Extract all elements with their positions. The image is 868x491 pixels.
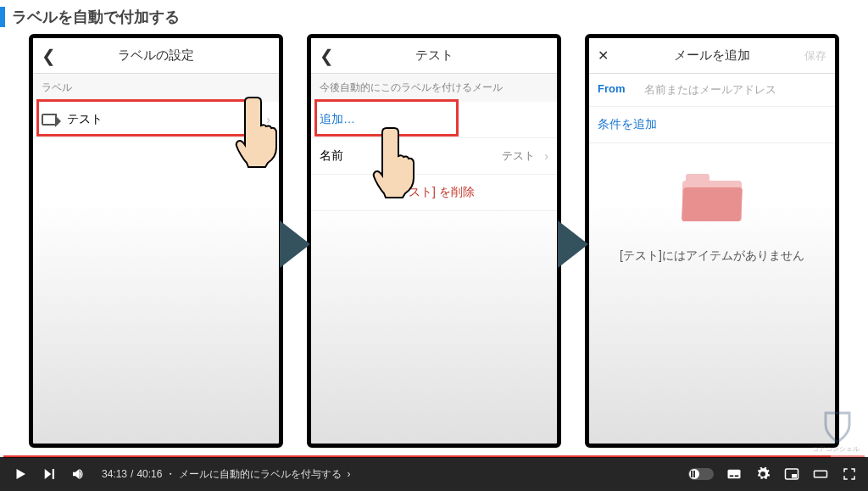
captions-button[interactable] [726,466,743,483]
miniplayer-button[interactable] [783,466,800,483]
from-placeholder: 名前またはメールアドレス [644,82,776,98]
watermark-logo [822,410,853,444]
content-area: ❮ ラベルの設定 ラベル テスト › ❮ テスト 今後自動的にこのラベルを付ける… [0,34,868,457]
screen1-section-label: ラベル [33,74,279,102]
label-name: テスト [67,112,103,127]
empty-state: [テスト]にはアイテムがありません [589,174,835,265]
add-condition-link: 条件を追加 [598,117,657,132]
phone-screen-3: ✕ メールを追加 保存 From 名前またはメールアドレス 条件を追加 [テスト… [585,34,839,448]
video-player-bar: 34:13 / 40:16 ・ メールに自動的にラベルを付与する › [0,457,868,491]
delete-label: [テスト] を削除 [393,185,475,200]
folder-icon [682,174,742,221]
delete-row[interactable]: [テスト] を削除 [311,175,557,211]
svg-rect-4 [792,474,797,478]
play-button[interactable] [10,464,31,484]
screen1-title: ラベルの設定 [118,47,194,64]
fullscreen-button[interactable] [841,466,858,483]
total-time: 40:16 [136,468,162,480]
autoplay-toggle[interactable] [688,468,714,480]
name-value: テスト [502,148,535,164]
settings-button[interactable] [754,466,771,483]
close-icon[interactable]: ✕ [598,47,609,64]
svg-rect-2 [735,476,739,477]
from-label: From [598,82,644,98]
time-display: 34:13 / 40:16 ・ メールに自動的にラベルを付与する › [102,467,350,482]
from-row[interactable]: From 名前またはメールアドレス [589,74,835,107]
chevron-right-icon: › [544,149,548,163]
phone-screen-1: ❮ ラベルの設定 ラベル テスト › [29,34,283,448]
phone-screen-2: ❮ テスト 今後自動的にこのラベルを付けるメール 追加… 名前 テスト › [テ… [307,34,561,448]
add-condition-row[interactable]: 条件を追加 [589,107,835,143]
volume-button[interactable] [68,464,88,484]
theater-button[interactable] [812,466,829,483]
chapter-chevron-icon[interactable]: › [347,468,350,480]
name-label: 名前 [320,148,343,164]
empty-text: [テスト]にはアイテムがありません [606,247,818,265]
arrow-2 [556,219,590,273]
screen2-title: テスト [415,47,453,64]
screen2-section-label: 今後自動的にこのラベルを付けるメール [311,74,557,102]
page-title: ラベルを自動で付加する [12,7,180,27]
arrow-1 [278,219,312,273]
current-time: 34:13 [102,468,127,480]
screen2-header: ❮ テスト [311,38,557,74]
svg-rect-1 [730,476,734,477]
svg-rect-5 [815,471,827,477]
name-row[interactable]: 名前 テスト › [311,138,557,175]
add-link: 追加… [320,112,355,127]
add-link-row[interactable]: 追加… [311,102,557,138]
back-icon[interactable]: ❮ [320,46,334,66]
title-accent [0,7,5,27]
screen1-header: ❮ ラベルの設定 [33,38,279,74]
svg-rect-0 [728,470,741,479]
next-button[interactable] [39,464,59,484]
chevron-right-icon: › [266,113,270,126]
screen3-header: ✕ メールを追加 保存 [589,38,835,74]
chapter-title[interactable]: メールに自動的にラベルを付与する [179,467,342,482]
label-icon [42,114,57,126]
watermark-text: コアコンシェル [812,444,860,454]
back-icon[interactable]: ❮ [42,46,56,66]
screen3-title: メールを追加 [674,47,750,64]
label-row-test[interactable]: テスト › [33,102,279,138]
page-title-bar: ラベルを自動で付加する [0,7,180,27]
save-button[interactable]: 保存 [804,48,826,64]
right-controls [688,466,858,483]
